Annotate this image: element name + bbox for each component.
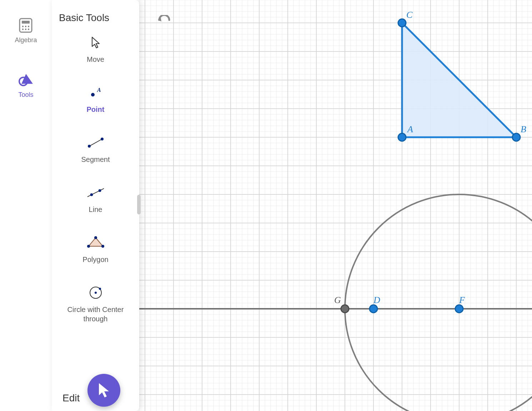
svg-line-11 <box>89 139 102 146</box>
line-icon <box>87 185 105 200</box>
point-B[interactable] <box>512 133 520 141</box>
svg-point-19 <box>87 245 90 248</box>
undo-button[interactable] <box>157 15 171 26</box>
svg-point-17 <box>94 236 97 239</box>
segment-icon <box>87 135 105 150</box>
calculator-icon <box>18 18 33 33</box>
point-A[interactable] <box>398 133 406 141</box>
mode-fab[interactable] <box>87 374 120 407</box>
circle-tool-icon <box>87 286 105 300</box>
grid <box>139 0 532 411</box>
svg-point-12 <box>88 145 91 148</box>
svg-point-2 <box>22 26 24 27</box>
geometry-canvas[interactable]: ABCDEFGH <box>139 0 532 411</box>
sidebar-item-label: Tools <box>18 91 33 99</box>
tool-line[interactable]: Line <box>59 185 132 214</box>
tool-panel-heading: Basic Tools <box>59 11 132 25</box>
point-D[interactable] <box>370 305 377 313</box>
tool-label: Segment <box>81 155 110 164</box>
point-icon: A <box>87 85 105 100</box>
svg-point-9 <box>91 93 95 96</box>
svg-point-7 <box>28 29 29 30</box>
svg-point-21 <box>95 292 97 294</box>
tool-segment[interactable]: Segment <box>59 135 132 164</box>
cursor-filled-icon <box>97 382 111 398</box>
app-root: Algebra Tools Basic Tools Move A Point <box>0 0 532 411</box>
circle-object[interactable] <box>345 194 532 411</box>
tool-label: Line <box>89 205 102 214</box>
sidebar-item-label: Algebra <box>15 36 37 44</box>
tool-panel-second-heading: Edit <box>62 392 80 404</box>
svg-point-4 <box>28 26 29 27</box>
svg-rect-0 <box>20 19 32 32</box>
svg-point-18 <box>101 245 104 248</box>
tool-label: Move <box>87 55 104 64</box>
shapes-icon <box>19 73 34 88</box>
svg-point-15 <box>90 193 93 196</box>
point-C[interactable] <box>398 19 406 27</box>
tool-polygon[interactable]: Polygon <box>59 236 132 264</box>
point-label-C: C <box>406 10 413 20</box>
tool-label: Polygon <box>82 255 108 264</box>
svg-rect-1 <box>22 21 30 24</box>
tool-circle[interactable]: Circle with Center through <box>59 286 132 323</box>
tool-move[interactable]: Move <box>59 35 132 64</box>
point-label-G: G <box>334 295 341 305</box>
svg-point-16 <box>98 189 101 192</box>
point-G[interactable] <box>341 305 349 313</box>
polygon-icon <box>87 236 105 250</box>
svg-point-6 <box>25 29 26 30</box>
tool-label: Point <box>87 105 105 114</box>
point-label-B: B <box>521 124 526 134</box>
point-label-F: F <box>459 295 465 305</box>
svg-line-14 <box>87 189 104 197</box>
svg-point-22 <box>99 288 101 290</box>
svg-point-3 <box>25 26 26 27</box>
sidebar-item-tools[interactable]: Tools <box>18 73 33 99</box>
point-label-D: D <box>373 295 380 305</box>
svg-point-13 <box>101 138 104 140</box>
point-label-A: A <box>407 124 413 134</box>
cursor-icon <box>87 35 105 50</box>
svg-point-5 <box>22 29 24 30</box>
point-F[interactable] <box>455 305 463 313</box>
canvas-svg[interactable]: ABCDEFGH <box>139 0 532 411</box>
tool-point[interactable]: A Point <box>59 85 132 114</box>
tool-panel-scrollbar[interactable] <box>137 195 141 214</box>
svg-text:A: A <box>97 87 101 93</box>
tool-panel: Basic Tools Move A Point Segment Line <box>52 0 139 411</box>
main-sidebar: Algebra Tools <box>0 0 52 411</box>
sidebar-item-algebra[interactable]: Algebra <box>15 18 37 44</box>
tool-label: Circle with Center through <box>59 305 132 323</box>
